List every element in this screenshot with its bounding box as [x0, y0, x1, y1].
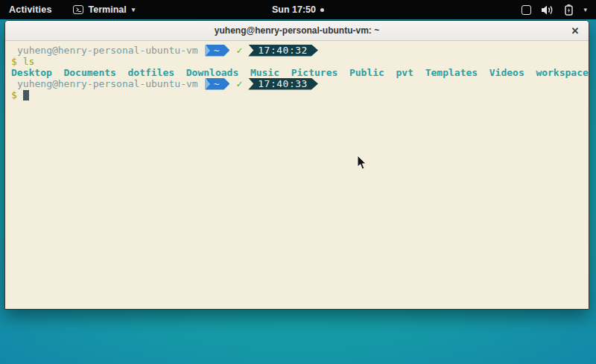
time-label: 17:40:33 — [258, 78, 308, 89]
volume-icon — [542, 5, 554, 15]
time-badge: 17:40:33 — [248, 78, 318, 90]
notification-dot-icon — [320, 8, 324, 12]
status-check-icon: ✓ — [236, 78, 242, 89]
ls-entry: Public — [349, 67, 384, 78]
terminal-window: yuheng@henry-personal-ubuntu-vm: ~ ✕ yuh… — [4, 20, 589, 310]
ls-entry: workspace — [536, 67, 588, 78]
desktop: Activities Terminal ▾ Sun 17:50 ▾ — [0, 0, 596, 364]
terminal-icon — [73, 5, 83, 14]
status-check-icon: ✓ — [236, 45, 242, 56]
ls-entry: Desktop — [11, 67, 52, 78]
prompt-line: yuheng@henry-personal-ubuntu-vm ~ ✓ 17:4… — [11, 78, 589, 89]
ls-entry: Music — [250, 67, 279, 78]
top-bar: Activities Terminal ▾ Sun 17:50 ▾ — [0, 0, 596, 19]
prompt-symbol: $ — [11, 89, 17, 100]
mouse-pointer-icon — [357, 155, 367, 170]
chevron-down-icon: ▾ — [583, 7, 587, 13]
ls-entry: Pictures — [291, 67, 338, 78]
user-host: yuheng@henry-personal-ubuntu-vm — [17, 78, 198, 89]
system-status-area[interactable]: ▾ — [522, 4, 587, 16]
ls-entry: Videos — [489, 67, 524, 78]
time-label: 17:40:32 — [258, 45, 308, 56]
clock-menu[interactable]: Sun 17:50 — [272, 4, 324, 15]
powerline-separator-icon — [205, 78, 210, 90]
terminal-cursor — [23, 90, 29, 100]
command-line: $ ls — [11, 56, 589, 67]
time-badge: 17:40:32 — [248, 45, 318, 57]
app-menu-label: Terminal — [89, 4, 127, 15]
activities-button[interactable]: Activities — [9, 4, 52, 15]
ls-entry: Documents — [63, 67, 115, 78]
ls-output: DesktopDocumentsdotfilesDownloadsMusicPi… — [11, 67, 589, 78]
prompt-symbol: $ — [11, 56, 17, 67]
ls-entry: Downloads — [186, 67, 238, 78]
screen-icon — [522, 5, 531, 15]
prompt-line: yuheng@henry-personal-ubuntu-vm ~ ✓ 17:4… — [11, 45, 589, 56]
ls-entry: pvt — [396, 67, 413, 78]
ls-entry: Templates — [425, 67, 478, 78]
command-text: ls — [17, 56, 34, 67]
app-menu-terminal[interactable]: Terminal ▾ — [73, 4, 136, 15]
cwd-label: ~ — [214, 45, 220, 56]
powerline-separator-icon — [205, 45, 210, 57]
clock-label: Sun 17:50 — [272, 4, 316, 15]
window-title: yuheng@henry-personal-ubuntu-vm: ~ — [215, 25, 379, 36]
terminal-screen[interactable]: yuheng@henry-personal-ubuntu-vm ~ ✓ 17:4… — [5, 41, 589, 309]
close-icon[interactable]: ✕ — [568, 23, 583, 38]
ls-entry: dotfiles — [128, 67, 175, 78]
cwd-label: ~ — [214, 78, 220, 89]
input-line[interactable]: $ — [11, 89, 589, 100]
window-titlebar[interactable]: yuheng@henry-personal-ubuntu-vm: ~ ✕ — [5, 21, 589, 41]
chevron-down-icon: ▾ — [132, 7, 136, 13]
battery-charging-icon — [565, 4, 573, 16]
user-host: yuheng@henry-personal-ubuntu-vm — [17, 45, 198, 56]
